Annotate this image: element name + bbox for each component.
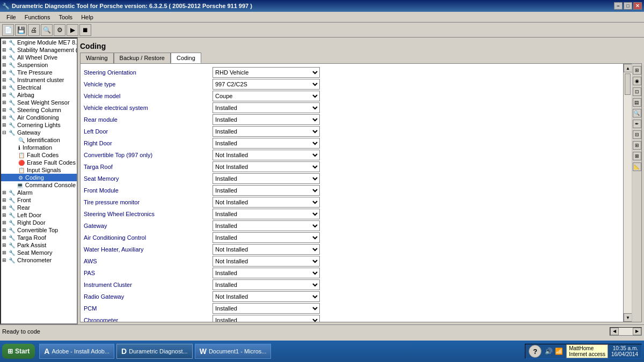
field-select[interactable]: InstalledNot Installed	[213, 161, 320, 172]
field-select[interactable]: InstalledNot Installed	[213, 185, 320, 196]
tab-coding[interactable]: Coding	[171, 53, 201, 63]
icon-4[interactable]: ▤	[633, 98, 641, 107]
sidebar-item[interactable]: ⊟🔧Gateway	[1, 129, 77, 136]
toolbar-btn-6[interactable]: ▶	[67, 24, 78, 36]
icon-1[interactable]: ⊞	[633, 66, 641, 75]
taskbar-item[interactable]: AAdobe - Install Adob...	[39, 344, 114, 359]
field-select[interactable]: InstalledNot Installed	[213, 114, 320, 125]
field-select[interactable]: InstalledNot Installed	[213, 150, 320, 160]
sidebar-item[interactable]: ⊞🔧All Wheel Drive	[1, 54, 77, 61]
scroll-right-arrow[interactable]: ▶	[633, 328, 641, 335]
scroll-up-arrow[interactable]: ▲	[624, 64, 632, 72]
horizontal-scrollbar[interactable]: ◀ ▶	[610, 327, 642, 336]
field-label: Vehicle type	[84, 81, 213, 87]
close-button[interactable]: ✕	[633, 2, 642, 10]
taskbar-item[interactable]: DDurametric Diagnost...	[116, 344, 193, 359]
field-select[interactable]: InstalledNot Installed	[213, 126, 320, 137]
form-scroll-area[interactable]: Steering OrientationLHD VehicleRHD Vehic…	[80, 64, 623, 322]
field-select[interactable]: InstalledNot Installed	[213, 256, 320, 267]
sidebar-item[interactable]: ⊞🔧Convertible Top	[1, 226, 77, 234]
sidebar-item[interactable]: ⊞🔧Front	[1, 196, 77, 204]
scroll-left-arrow[interactable]: ◀	[610, 328, 619, 335]
tab-backup[interactable]: Backup / Restore	[114, 53, 171, 63]
field-select[interactable]: InstalledNot Installed	[213, 197, 320, 208]
tree-node-icon: 🔧	[9, 77, 15, 83]
field-select[interactable]: InstalledNot Installed	[213, 291, 320, 302]
scroll-down-arrow[interactable]: ▼	[624, 313, 632, 322]
toolbar-btn-1[interactable]: 📄	[2, 24, 14, 36]
sidebar-item[interactable]: ⊞🔧Airbag	[1, 91, 77, 99]
sidebar-item[interactable]: ⊞🔧Seat Memory	[1, 249, 77, 256]
sidebar-item[interactable]: ⊞🔧Stability Management (F	[1, 46, 77, 54]
field-select[interactable]: InstalledNot Installed	[213, 232, 320, 243]
field-select[interactable]: CoupeCabrioletTarga	[213, 91, 320, 101]
icon-7[interactable]: ⊟	[633, 130, 641, 139]
field-select[interactable]: InstalledNot Installed	[213, 173, 320, 184]
menu-functions[interactable]: Functions	[20, 13, 55, 21]
sidebar-item[interactable]: ⊞🔧Engine Module ME7 8.1	[1, 39, 77, 46]
toolbar-btn-5[interactable]: ⚙	[54, 24, 65, 36]
icon-8[interactable]: ⊞	[633, 141, 641, 150]
sidebar-item[interactable]: 🔴Erase Fault Codes	[1, 159, 77, 166]
maximize-button[interactable]: □	[624, 2, 632, 10]
sidebar-item[interactable]: 💻Command Console	[1, 181, 77, 189]
sidebar-item[interactable]: ⊞🔧Electrical	[1, 84, 77, 91]
sidebar-item[interactable]: 📋Fault Codes	[1, 151, 77, 159]
sidebar-item[interactable]: ⊞🔧Park Assist	[1, 241, 77, 249]
sidebar-item[interactable]: ⊞🔧Chronometer	[1, 256, 77, 264]
toolbar-btn-3[interactable]: 🖨	[28, 24, 40, 36]
icon-9[interactable]: ⊠	[633, 152, 641, 160]
sidebar-item[interactable]: ⊞🔧Air Conditioning	[1, 114, 77, 121]
sidebar-item[interactable]: ⊞🔧Instrument cluster	[1, 76, 77, 84]
h-scroll-track[interactable]	[619, 328, 633, 335]
toolbar-btn-2[interactable]: 💾	[15, 24, 27, 36]
tree-node-icon: 📋	[18, 167, 25, 173]
vertical-scrollbar[interactable]: ▲ ▼	[623, 64, 632, 322]
tree-expand-icon: ⊞	[2, 197, 6, 203]
scroll-track[interactable]	[624, 72, 632, 313]
sidebar-item[interactable]: 🔍Identification	[1, 136, 77, 144]
field-select[interactable]: InstalledNot Installed	[213, 138, 320, 149]
sidebar-item[interactable]: 📋Input Signals	[1, 166, 77, 174]
sidebar-item[interactable]: ⊞🔧Targa Roof	[1, 234, 77, 241]
field-select[interactable]: InstalledNot Installed	[213, 244, 320, 255]
field-select[interactable]: InstalledNot Installed	[213, 303, 320, 314]
icon-3[interactable]: ⊡	[633, 87, 641, 96]
toolbar-btn-7[interactable]: ⏹	[79, 24, 91, 36]
field-select[interactable]: InstalledNot Installed	[213, 220, 320, 231]
icon-2[interactable]: ◉	[633, 77, 641, 85]
sidebar-item[interactable]: ⊞🔧Suspension	[1, 61, 77, 69]
menu-help[interactable]: Help	[77, 13, 98, 21]
sidebar-item[interactable]: ⊞🔧Right Door	[1, 219, 77, 226]
taskbar-item[interactable]: WDocument1 - Micros...	[195, 344, 272, 359]
sidebar-item[interactable]: ℹInformation	[1, 144, 77, 151]
field-select[interactable]: InstalledNot Installed	[213, 279, 320, 290]
field-select[interactable]: 997 C2/C2S997 C4/C4S997 Turbo	[213, 79, 320, 90]
menu-tools[interactable]: Tools	[54, 13, 77, 21]
minimize-button[interactable]: −	[614, 2, 623, 10]
scroll-thumb[interactable]	[625, 73, 631, 95]
clock-time: 10:35 a.m.	[611, 345, 638, 351]
sidebar-item[interactable]: ⊞🔧Rear	[1, 204, 77, 211]
field-select[interactable]: InstalledNot Installed	[213, 268, 320, 278]
icon-10[interactable]: 📐	[633, 162, 641, 171]
field-select[interactable]: InstalledNot Installed	[213, 315, 320, 322]
help-button[interactable]: ?	[529, 345, 541, 358]
field-select[interactable]: InstalledNot Installed	[213, 209, 320, 219]
tab-warning[interactable]: Warning	[80, 53, 114, 63]
field-select[interactable]: LHD VehicleRHD Vehicle	[213, 67, 320, 78]
sidebar-item[interactable]: ⊞🔧Left Door	[1, 211, 77, 219]
field-select[interactable]: InstalledNot Installed	[213, 102, 320, 113]
sidebar-item[interactable]: ⊞🔧Alarm	[1, 189, 77, 196]
icon-5[interactable]: 🔍	[633, 109, 641, 117]
menu-file[interactable]: File	[2, 13, 20, 21]
sidebar-item[interactable]: ⊞🔧Seat Weight Sensor	[1, 99, 77, 106]
sidebar-item[interactable]: ⊞🔧Cornering Lights	[1, 121, 77, 129]
sidebar-item[interactable]: ⊞🔧Steering Column	[1, 106, 77, 114]
toolbar-btn-4[interactable]: 🔍	[41, 24, 53, 36]
tree-expand-icon: ⊞	[2, 190, 6, 195]
icon-6[interactable]: ✒	[633, 120, 641, 128]
sidebar-item[interactable]: ⚙Coding	[1, 174, 77, 181]
start-button[interactable]: ⊞ Start	[2, 344, 35, 359]
sidebar-item[interactable]: ⊞🔧Tire Pressure	[1, 69, 77, 76]
